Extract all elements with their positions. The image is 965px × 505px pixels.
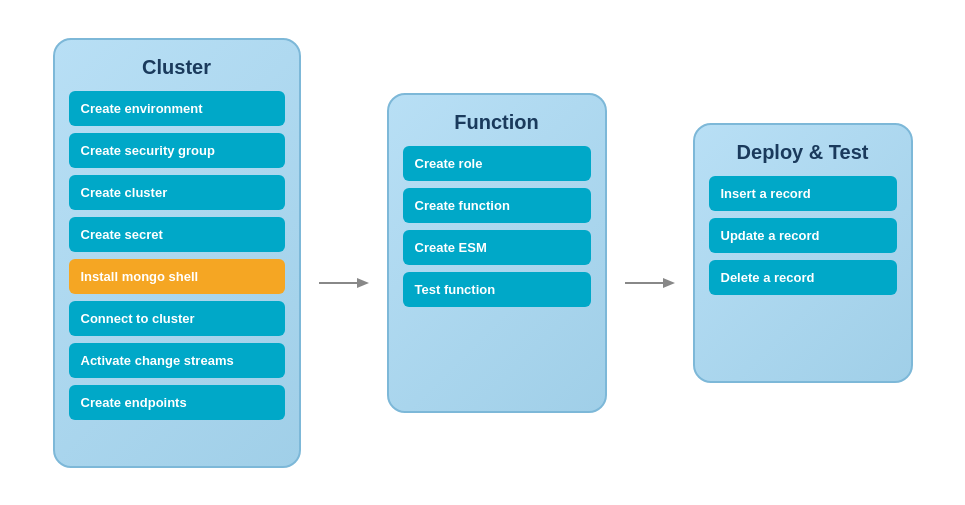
- btn-delete-record[interactable]: Delete a record: [709, 260, 897, 295]
- btn-create-cluster[interactable]: Create cluster: [69, 175, 285, 210]
- cluster-column: Cluster Create environment Create securi…: [53, 38, 301, 468]
- cluster-title: Cluster: [142, 56, 211, 79]
- btn-test-function[interactable]: Test function: [403, 272, 591, 307]
- btn-create-security-group[interactable]: Create security group: [69, 133, 285, 168]
- btn-create-function[interactable]: Create function: [403, 188, 591, 223]
- btn-update-record[interactable]: Update a record: [709, 218, 897, 253]
- btn-create-endpoints[interactable]: Create endpoints: [69, 385, 285, 420]
- btn-install-mongo-shell[interactable]: Install mongo shell: [69, 259, 285, 294]
- diagram: Cluster Create environment Create securi…: [33, 18, 933, 488]
- deploy-panel: Deploy & Test Insert a record Update a r…: [693, 123, 913, 383]
- deploy-title: Deploy & Test: [737, 141, 869, 164]
- btn-insert-record[interactable]: Insert a record: [709, 176, 897, 211]
- deploy-column: Deploy & Test Insert a record Update a r…: [693, 123, 913, 383]
- arrow-2-icon: [625, 268, 675, 298]
- function-panel: Function Create role Create function Cre…: [387, 93, 607, 413]
- arrow-1-icon: [319, 268, 369, 298]
- btn-activate-change-streams[interactable]: Activate change streams: [69, 343, 285, 378]
- svg-marker-3: [663, 278, 675, 288]
- function-title: Function: [454, 111, 538, 134]
- btn-connect-to-cluster[interactable]: Connect to cluster: [69, 301, 285, 336]
- btn-create-esm[interactable]: Create ESM: [403, 230, 591, 265]
- function-column: Function Create role Create function Cre…: [387, 93, 607, 413]
- btn-create-role[interactable]: Create role: [403, 146, 591, 181]
- svg-marker-1: [357, 278, 369, 288]
- arrow-2-container: [607, 268, 693, 298]
- btn-create-environment[interactable]: Create environment: [69, 91, 285, 126]
- cluster-panel: Cluster Create environment Create securi…: [53, 38, 301, 468]
- arrow-1-container: [301, 268, 387, 298]
- btn-create-secret[interactable]: Create secret: [69, 217, 285, 252]
